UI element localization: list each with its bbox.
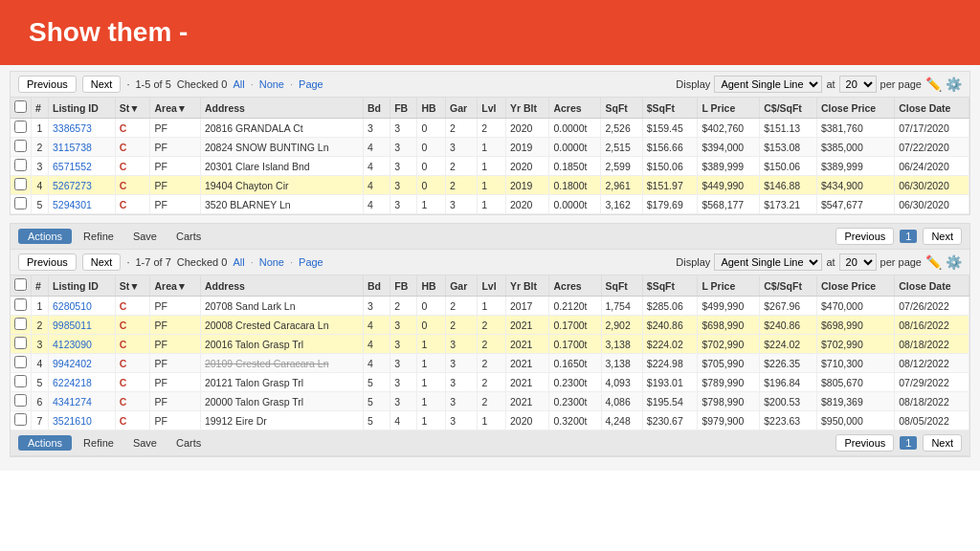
row-checkbox[interactable] — [11, 335, 32, 354]
next-btn-2[interactable]: Next — [923, 228, 962, 245]
acres-cell: 0.0000t — [549, 119, 601, 138]
acres-cell: 0.2300t — [549, 373, 601, 392]
bd-cell: 5 — [364, 373, 390, 392]
row-checkbox[interactable] — [11, 138, 32, 157]
row-checkbox[interactable] — [11, 176, 32, 195]
th-lprice-1: L Price — [698, 98, 760, 119]
listing-link[interactable]: 9985011 — [53, 320, 92, 331]
lvl-cell: 2 — [478, 373, 506, 392]
row-checkbox[interactable] — [11, 316, 32, 335]
yr-cell: 2017 — [506, 297, 549, 316]
page-link-1[interactable]: Page — [299, 78, 323, 90]
next-btn-1[interactable]: Next — [82, 76, 122, 93]
th-address-1[interactable]: Address — [200, 98, 363, 119]
bottom-actions-btn[interactable]: Actions — [18, 435, 72, 451]
listing-link[interactable]: 5294301 — [53, 199, 92, 210]
refine-btn-2[interactable]: Refine — [76, 229, 122, 244]
checked-1: Checked 0 — [177, 78, 228, 90]
listing-id-cell[interactable]: 6571552 — [49, 157, 116, 176]
yr-cell: 2021 — [506, 354, 549, 373]
th-area-2[interactable]: Area▼ — [150, 276, 200, 297]
th-listing-id-1[interactable]: Listing ID — [49, 98, 116, 119]
bottom-next-btn[interactable]: Next — [923, 434, 962, 452]
select-all-1[interactable] — [14, 100, 27, 113]
row-checkbox[interactable] — [11, 392, 32, 411]
listing-id-cell[interactable]: 6224218 — [49, 373, 116, 392]
listing-link[interactable]: 6224218 — [53, 377, 92, 388]
th-status-2[interactable]: St▼ — [115, 276, 150, 297]
settings-icon-1[interactable]: ⚙️ — [946, 77, 962, 92]
listing-id-cell[interactable]: 6280510 — [49, 297, 116, 316]
listing-link[interactable]: 3115738 — [53, 142, 92, 153]
prev-btn-1[interactable]: Previous — [18, 76, 77, 93]
display-select-1[interactable]: Agent Single Line — [714, 76, 822, 93]
table-row: 7 3521610 C PF 19912 Eire Dr 5 4 1 3 1 2… — [11, 411, 969, 430]
all-link-1[interactable]: All — [233, 78, 244, 90]
page-link-2[interactable]: Page — [299, 256, 323, 268]
listing-id-cell[interactable]: 4123090 — [49, 335, 116, 354]
settings-icon-2[interactable]: ⚙️ — [946, 254, 962, 270]
listing-id-cell[interactable]: 9942402 — [49, 354, 116, 373]
listing-id-cell[interactable]: 3386573 — [49, 119, 116, 138]
status-cell: C — [115, 354, 150, 373]
listing-link[interactable]: 5267273 — [53, 180, 92, 191]
edit-icon-2[interactable]: ✏️ — [925, 254, 942, 270]
next-btn-2t[interactable]: Next — [82, 253, 122, 271]
none-link-2[interactable]: None — [259, 256, 284, 268]
listings-table-2: # Listing ID St▼ Area▼ Address Bd FB HB … — [11, 276, 969, 430]
listing-link[interactable]: 3386573 — [53, 122, 92, 134]
bottom-carts-btn[interactable]: Carts — [168, 435, 209, 451]
listing-id-cell[interactable]: 3521610 — [49, 411, 116, 430]
address-cell: 20016 Talon Grasp Trl — [200, 335, 363, 354]
carts-btn-2[interactable]: Carts — [168, 229, 209, 244]
bottom-refine-btn[interactable]: Refine — [76, 435, 122, 451]
yr-cell: 2021 — [506, 392, 549, 411]
at-select-1[interactable]: 20 — [839, 76, 877, 93]
row-checkbox[interactable] — [11, 297, 32, 316]
listing-link[interactable]: 6280510 — [53, 300, 92, 312]
th-listing-id-2[interactable]: Listing ID — [49, 276, 116, 297]
listing-id-cell[interactable]: 3115738 — [49, 138, 116, 157]
pricesqft-cell: $159.45 — [642, 119, 698, 138]
all-link-2[interactable]: All — [233, 256, 244, 268]
actions-btn-2[interactable]: Actions — [18, 229, 72, 244]
bottom-save-btn[interactable]: Save — [125, 435, 165, 451]
listing-id-cell[interactable]: 5294301 — [49, 195, 116, 214]
listing-link[interactable]: 3521610 — [53, 415, 92, 427]
row-checkbox[interactable] — [11, 195, 32, 214]
listing-id-cell[interactable]: 5267273 — [49, 176, 116, 195]
edit-icon-1[interactable]: ✏️ — [925, 77, 942, 92]
row-checkbox[interactable] — [11, 157, 32, 176]
save-btn-2[interactable]: Save — [125, 229, 165, 244]
listing-link[interactable]: 6571552 — [53, 161, 92, 172]
row-checkbox[interactable] — [11, 411, 32, 430]
prev-next-right-2: Previous 1 Next — [835, 228, 962, 245]
listing-link[interactable]: 9942402 — [53, 358, 92, 369]
fb-cell: 3 — [390, 392, 417, 411]
row-checkbox[interactable] — [11, 119, 32, 138]
acres-cell: 0.2300t — [549, 392, 601, 411]
listing-link[interactable]: 4341274 — [53, 396, 92, 408]
hb-cell: 1 — [417, 392, 446, 411]
row-checkbox[interactable] — [11, 354, 32, 373]
sqft-cell: 2,902 — [601, 316, 642, 335]
prev-btn-2t[interactable]: Previous — [18, 253, 77, 271]
listing-link[interactable]: 4123090 — [53, 339, 92, 350]
th-area-1[interactable]: Area▼ — [150, 98, 200, 119]
none-link-1[interactable]: None — [259, 78, 284, 90]
row-checkbox[interactable] — [11, 373, 32, 392]
at-select-2[interactable]: 20 — [839, 253, 877, 271]
listing-id-cell[interactable]: 4341274 — [49, 392, 116, 411]
th-address-2[interactable]: Address — [200, 276, 363, 297]
bd-cell: 4 — [364, 354, 390, 373]
select-all-2[interactable] — [14, 278, 27, 291]
area-cell: PF — [150, 119, 200, 138]
hb-cell: 0 — [417, 176, 446, 195]
th-status-1[interactable]: St▼ — [115, 98, 150, 119]
display-select-2[interactable]: Agent Single Line — [714, 253, 822, 271]
prev-btn-2[interactable]: Previous — [835, 228, 894, 245]
listing-id-cell[interactable]: 9985011 — [49, 316, 116, 335]
pricesqft-cell: $156.66 — [642, 138, 698, 157]
bottom-prev-btn[interactable]: Previous — [835, 434, 894, 452]
at-label-2: at — [826, 256, 835, 268]
